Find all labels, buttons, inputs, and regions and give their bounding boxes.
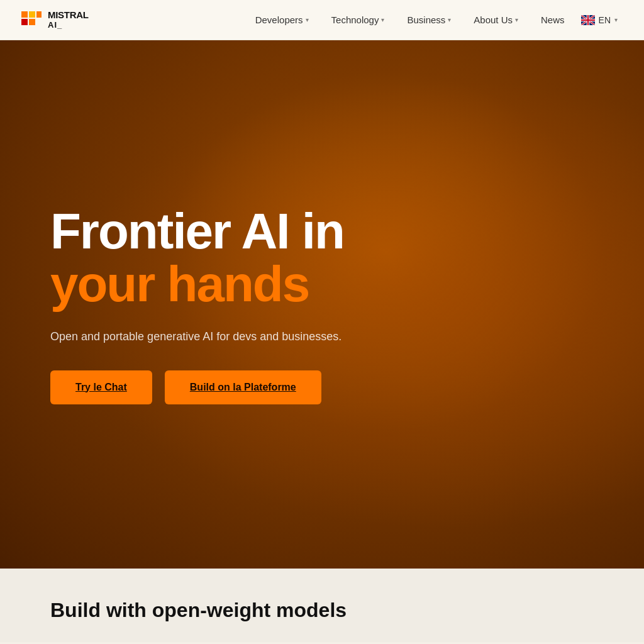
svg-rect-2	[21, 19, 28, 25]
news-link[interactable]: News	[531, 9, 575, 30]
chevron-down-icon: ▾	[381, 16, 384, 23]
svg-rect-4	[36, 11, 42, 18]
nav-item-developers: Developers ▾	[245, 9, 319, 30]
navigation: MISTRAL AI_ Developers ▾ Technology ▾ Bu…	[0, 0, 644, 40]
hero-subtitle: Open and portable generative AI for devs…	[50, 328, 440, 345]
chevron-down-icon: ▾	[614, 16, 618, 23]
hero-headline-white: Frontier AI in	[50, 205, 440, 258]
logo-link[interactable]: MISTRAL AI_	[20, 9, 89, 31]
svg-rect-1	[29, 11, 35, 18]
hero-content: Frontier AI in your hands Open and porta…	[50, 205, 440, 404]
svg-rect-0	[21, 11, 28, 18]
bottom-section: Build with open-weight models	[0, 569, 644, 642]
chevron-down-icon: ▾	[515, 16, 518, 23]
hero-headline-accent: your hands	[50, 258, 440, 311]
nav-item-about-us: About Us ▾	[464, 9, 528, 30]
try-le-chat-button[interactable]: Try le Chat	[50, 370, 152, 404]
logo-text: MISTRAL AI_	[48, 10, 89, 30]
about-us-menu-button[interactable]: About Us ▾	[464, 9, 528, 30]
nav-item-business: Business ▾	[397, 9, 461, 30]
chevron-down-icon: ▾	[448, 16, 451, 23]
nav-links: Developers ▾ Technology ▾ Business ▾ Abo…	[245, 9, 575, 30]
hero-buttons: Try le Chat Build on la Plateforme	[50, 370, 440, 404]
language-selector-button[interactable]: EN ▾	[575, 11, 624, 29]
developers-menu-button[interactable]: Developers ▾	[245, 9, 319, 30]
chevron-down-icon: ▾	[306, 16, 309, 23]
svg-rect-3	[29, 19, 35, 25]
flag-uk-icon	[581, 15, 595, 25]
business-menu-button[interactable]: Business ▾	[397, 9, 461, 30]
build-platform-button[interactable]: Build on la Plateforme	[165, 370, 321, 404]
nav-item-news: News	[531, 9, 575, 30]
bottom-heading: Build with open-weight models	[50, 599, 594, 622]
hero-section: Frontier AI in your hands Open and porta…	[0, 40, 644, 569]
nav-item-technology: Technology ▾	[321, 9, 395, 30]
logo-icon	[20, 9, 43, 31]
technology-menu-button[interactable]: Technology ▾	[321, 9, 395, 30]
